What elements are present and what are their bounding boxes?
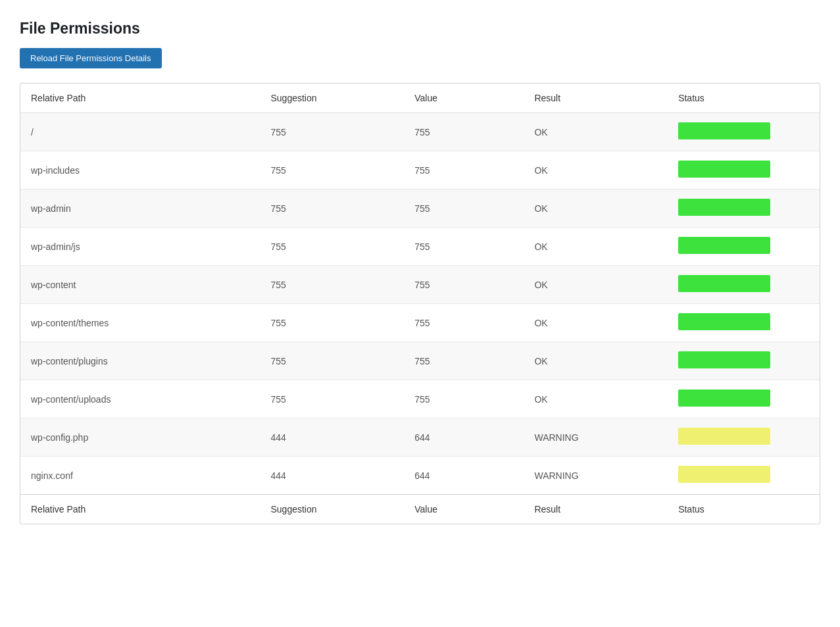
cell-suggestion: 755 [260,304,405,342]
cell-path: wp-content/themes [20,304,260,342]
cell-status [668,189,820,228]
header-value: Value [404,84,524,113]
header-suggestion: Suggestion [260,84,405,113]
footer-status: Status [668,495,820,524]
header-status: Status [668,84,820,113]
table-row: wp-content755755OK [20,266,820,304]
cell-result: OK [524,113,668,151]
status-badge [678,199,770,216]
cell-result: OK [524,189,668,228]
status-badge [678,389,770,407]
status-badge [678,351,770,368]
cell-value: 755 [404,113,524,151]
permissions-table-container: Relative Path Suggestion Value Result St… [20,83,820,524]
cell-suggestion: 755 [260,189,405,228]
cell-path: / [20,113,260,151]
status-badge [678,428,770,445]
permissions-table: Relative Path Suggestion Value Result St… [20,84,820,524]
table-row: wp-config.php444644WARNING [20,418,820,457]
status-badge [678,161,770,178]
status-badge [678,275,770,292]
status-badge [678,237,770,254]
table-row: wp-content/plugins755755OK [20,342,820,380]
header-path: Relative Path [20,84,260,113]
cell-suggestion: 755 [260,342,405,380]
cell-suggestion: 755 [260,113,405,151]
cell-path: wp-config.php [20,418,260,457]
status-badge [678,122,770,139]
cell-path: wp-content/plugins [20,342,260,380]
cell-value: 755 [404,228,524,266]
table-body: /755755OKwp-includes755755OKwp-admin7557… [20,113,820,495]
table-row: wp-content/uploads755755OK [20,380,820,418]
table-row: wp-admin755755OK [20,189,820,228]
cell-result: WARNING [524,418,668,457]
cell-value: 755 [404,304,524,342]
header-result: Result [524,84,668,113]
cell-value: 755 [404,189,524,228]
cell-result: OK [524,380,668,418]
status-badge [678,313,770,330]
cell-result: OK [524,342,668,380]
cell-value: 755 [404,266,524,304]
cell-suggestion: 444 [260,457,405,495]
cell-status [668,304,820,342]
footer-result: Result [524,495,668,524]
reload-button[interactable]: Reload File Permissions Details [20,48,162,68]
cell-suggestion: 444 [260,418,405,457]
cell-suggestion: 755 [260,151,405,189]
cell-status [668,457,820,495]
cell-result: OK [524,228,668,266]
footer-value: Value [404,495,524,524]
cell-result: OK [524,266,668,304]
cell-value: 644 [404,457,524,495]
cell-path: wp-content/uploads [20,380,260,418]
table-row: wp-includes755755OK [20,151,820,189]
cell-path: wp-admin/js [20,228,260,266]
cell-value: 644 [404,418,524,457]
table-row: wp-admin/js755755OK [20,228,820,266]
table-header-row: Relative Path Suggestion Value Result St… [20,84,820,113]
cell-status [668,113,820,151]
cell-value: 755 [404,380,524,418]
table-row: nginx.conf444644WARNING [20,457,820,495]
status-badge [678,466,770,483]
cell-status [668,342,820,380]
cell-path: wp-includes [20,151,260,189]
cell-status [668,380,820,418]
cell-suggestion: 755 [260,266,405,304]
cell-suggestion: 755 [260,380,405,418]
cell-path: nginx.conf [20,457,260,495]
page-title: File Permissions [20,20,820,38]
cell-path: wp-content [20,266,260,304]
cell-suggestion: 755 [260,228,405,266]
cell-value: 755 [404,342,524,380]
table-row: /755755OK [20,113,820,151]
cell-status [668,418,820,457]
cell-status [668,151,820,189]
footer-path: Relative Path [20,495,260,524]
table-row: wp-content/themes755755OK [20,304,820,342]
cell-value: 755 [404,151,524,189]
cell-result: OK [524,304,668,342]
cell-result: OK [524,151,668,189]
cell-status [668,266,820,304]
footer-suggestion: Suggestion [260,495,405,524]
table-footer-row: Relative Path Suggestion Value Result St… [20,495,820,524]
cell-status [668,228,820,266]
cell-result: WARNING [524,457,668,495]
cell-path: wp-admin [20,189,260,228]
